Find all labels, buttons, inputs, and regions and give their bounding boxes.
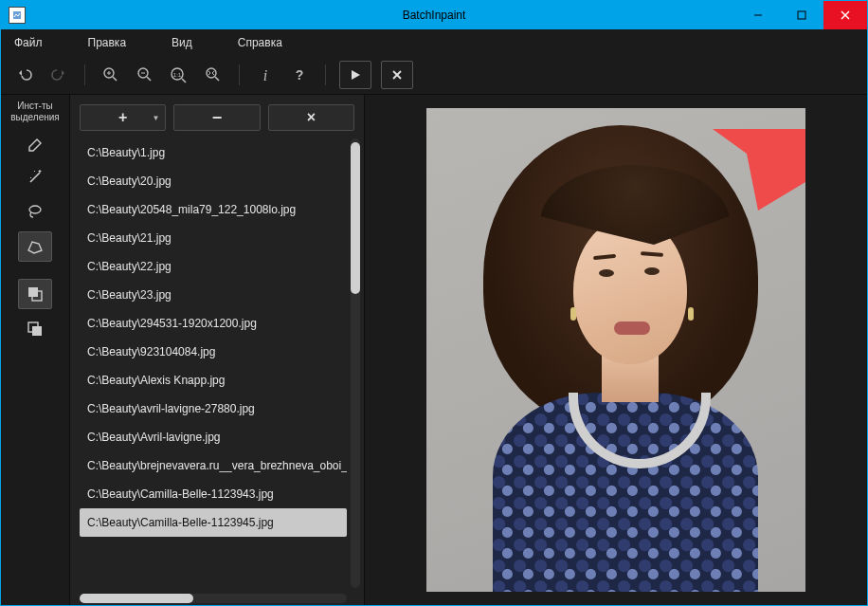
close-button[interactable]: [823, 1, 867, 29]
svg-line-10: [147, 77, 151, 81]
run-button[interactable]: [339, 61, 371, 89]
chevron-down-icon: ▼: [152, 114, 159, 122]
toolbar-separator: [325, 64, 326, 85]
add-files-button[interactable]: + ▼: [80, 104, 166, 131]
svg-rect-30: [32, 326, 42, 336]
file-panel-buttons: + ▼ − ×: [70, 95, 364, 138]
svg-rect-2: [798, 11, 805, 19]
list-item[interactable]: C:\Beauty\23.jpg: [80, 281, 347, 309]
maximize-button[interactable]: [780, 1, 823, 29]
menu-file[interactable]: Файл: [14, 36, 43, 49]
svg-point-15: [207, 68, 216, 78]
zoom-out-button[interactable]: [133, 63, 157, 87]
x-icon: ×: [307, 109, 316, 126]
list-item[interactable]: C:\Beauty\294531-1920x1200.jpg: [80, 309, 347, 338]
preview-area: [365, 95, 867, 605]
tool-sidebar: Инст-ты выделения: [1, 95, 70, 605]
lasso-tool[interactable]: [19, 197, 51, 226]
stop-button[interactable]: [381, 61, 413, 89]
window-controls: [736, 1, 867, 29]
paste-stack-tool[interactable]: [19, 315, 51, 343]
minimize-button[interactable]: [736, 1, 780, 29]
list-item[interactable]: C:\Beauty\brejnevavera.ru__vera_brezhnev…: [80, 451, 347, 480]
vertical-scrollbar-thumb[interactable]: [351, 142, 360, 294]
toolbar-separator: [239, 64, 240, 85]
minus-icon: −: [212, 108, 223, 128]
app-body: Инст-ты выделения + ▼ − ×: [1, 95, 867, 605]
polygon-tool[interactable]: [18, 231, 52, 262]
menu-edit[interactable]: Правка: [88, 36, 127, 49]
list-item[interactable]: C:\Beauty\20548_mila79_122_1008lo.jpg: [80, 195, 347, 224]
undo-button[interactable]: [12, 63, 37, 87]
svg-line-6: [113, 77, 117, 81]
list-item[interactable]: C:\Beauty\Avril-lavigne.jpg: [80, 423, 347, 451]
svg-text:?: ?: [296, 67, 304, 83]
clear-files-button[interactable]: ×: [268, 104, 354, 131]
list-item[interactable]: C:\Beauty\1.jpg: [80, 138, 347, 167]
file-list-items: C:\Beauty\1.jpgC:\Beauty\20.jpgC:\Beauty…: [80, 138, 347, 588]
menu-view[interactable]: Вид: [172, 36, 192, 49]
plus-icon: +: [118, 109, 127, 126]
zoom-fit-button[interactable]: [201, 63, 226, 87]
list-item[interactable]: C:\Beauty\21.jpg: [80, 224, 347, 252]
title-bar: BatchInpaint: [1, 1, 867, 29]
selection-mask: [701, 127, 805, 212]
list-item[interactable]: C:\Beauty\Camilla-Belle-1123943.jpg: [80, 480, 347, 508]
redo-button[interactable]: [46, 63, 71, 87]
app-icon: [9, 7, 26, 24]
file-panel: + ▼ − × C:\Beauty\1.jpgC:\Beauty\20.jpgC…: [70, 95, 365, 605]
magic-wand-tool[interactable]: [19, 163, 51, 192]
svg-text:i: i: [263, 67, 267, 83]
list-item[interactable]: C:\Beauty\20.jpg: [80, 167, 347, 195]
svg-line-25: [30, 173, 40, 182]
list-item[interactable]: C:\Beauty\Camilla-Belle-1123945.jpg: [80, 508, 347, 537]
svg-line-14: [182, 79, 186, 83]
eraser-tool[interactable]: [19, 129, 51, 157]
tool-sidebar-label: Инст-ты выделения: [10, 101, 59, 123]
toolbar-separator: [84, 64, 85, 85]
zoom-in-button[interactable]: [99, 63, 123, 87]
list-item[interactable]: C:\Beauty\923104084.jpg: [80, 338, 347, 366]
menu-bar: Файл Правка Вид Справка: [1, 29, 867, 56]
zoom-actual-button[interactable]: 1:1: [167, 63, 191, 87]
svg-text:1:1: 1:1: [173, 72, 182, 78]
menu-help[interactable]: Справка: [238, 36, 282, 49]
svg-rect-27: [28, 287, 38, 297]
remove-file-button[interactable]: −: [173, 104, 260, 131]
main-toolbar: 1:1 i ?: [1, 56, 867, 95]
horizontal-scrollbar-thumb[interactable]: [80, 594, 193, 603]
help-button[interactable]: ?: [287, 63, 312, 87]
svg-line-19: [208, 73, 210, 75]
copy-stack-tool[interactable]: [18, 279, 52, 309]
list-item[interactable]: C:\Beauty\22.jpg: [80, 252, 347, 281]
list-item[interactable]: C:\Beauty\Alexis Knapp.jpg: [80, 366, 347, 395]
svg-marker-31: [713, 129, 805, 211]
svg-line-18: [212, 71, 214, 73]
svg-line-16: [215, 77, 219, 81]
file-list: C:\Beauty\1.jpgC:\Beauty\20.jpgC:\Beauty…: [80, 138, 360, 605]
svg-line-20: [212, 73, 214, 75]
list-item[interactable]: C:\Beauty\avril-lavigne-27880.jpg: [80, 395, 347, 423]
app-window: BatchInpaint Файл Правка Вид Справка 1:1…: [0, 0, 868, 606]
info-button[interactable]: i: [253, 63, 278, 87]
image-canvas[interactable]: [426, 108, 805, 592]
